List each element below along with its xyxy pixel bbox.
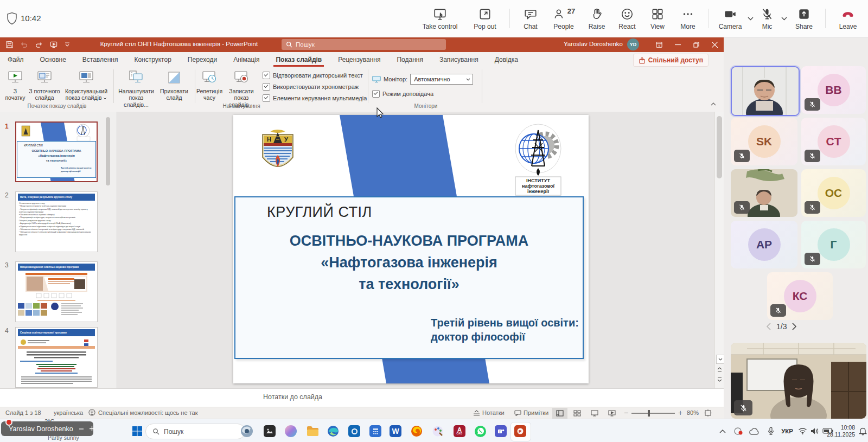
comments-toggle[interactable]: Примітки [524,409,548,416]
start-slideshow-button[interactable] [49,41,58,49]
tab-review[interactable]: Рецензування [338,52,380,67]
meeting-app-icon[interactable] [240,424,254,438]
tab-design[interactable]: Конструктор [134,52,171,67]
setup-slideshow-button[interactable]: Налаштувати показ слайдів... [116,69,156,108]
checkbox-media-controls[interactable]: Елементи керування мультимедіа [263,94,367,102]
redo-button[interactable] [35,41,43,49]
calculator-app-icon[interactable] [368,424,382,438]
tab-help[interactable]: Довідка [495,52,518,67]
photos-app-icon[interactable] [263,424,277,438]
notes-placeholder[interactable]: Нотатки до слайда [263,393,322,401]
notifications-bell-icon[interactable] [859,419,867,442]
slide-thumbnail-1[interactable]: КРУГЛИЙ СТІЛ ОСВІТНЬО-НАУКОВА ПРОГРАМА «… [15,121,98,182]
custom-slideshow-button[interactable]: Користувацький показ слайдів [63,69,110,101]
view-button[interactable]: View [642,2,673,35]
scroll-down-button[interactable] [716,355,724,364]
mic-options-chevron[interactable] [780,2,788,35]
next-slide-button[interactable] [716,375,723,383]
zoom-level[interactable]: 80% [687,409,699,416]
reading-view-button[interactable] [587,408,602,419]
tab-transitions[interactable]: Переходи [188,52,217,67]
pop-out-button[interactable]: Pop out [466,2,504,35]
tab-recording[interactable]: Записування [439,52,478,67]
customize-qat-chevron[interactable] [65,42,70,47]
tab-insert[interactable]: Вставлення [82,52,118,67]
participant-video-tile[interactable] [731,169,797,217]
more-button[interactable]: More [673,2,703,35]
zoom-slider-track[interactable] [631,413,675,414]
close-button[interactable] [705,37,724,52]
notes-toggle[interactable]: Нотатки [482,409,505,416]
monitor-dropdown[interactable]: Автоматично [410,74,473,85]
react-button[interactable]: React [612,2,642,35]
ppt-share-button[interactable]: Спільний доступ [633,54,709,67]
people-button[interactable]: 27 People [546,2,582,35]
accessibility-status[interactable]: Спеціальні можливості: щось не так [98,409,197,416]
previous-page-chevron[interactable] [766,323,771,330]
tray-chevron[interactable] [719,419,726,442]
edge-browser-icon[interactable] [326,424,340,438]
powerpoint-app-icon[interactable]: P [513,424,527,438]
zoom-out-button[interactable]: − [624,408,628,417]
word-app-icon[interactable]: W [388,424,403,438]
slide-canvas[interactable]: Н У [233,115,589,383]
zoom-in-button[interactable]: + [678,408,682,417]
collapse-ribbon-button[interactable] [711,102,716,106]
slide-thumbnail-4[interactable]: Сторінка освітньо-наукової програми [15,327,98,388]
participant-tile-bb[interactable]: BB [801,66,866,114]
paint-app-icon[interactable] [431,424,445,438]
slide-editing-area[interactable]: Н У [117,112,714,388]
scrollbar-thumb[interactable] [106,117,110,185]
tab-slideshow[interactable]: Показ слайдів [276,52,322,67]
previous-slide-button[interactable] [716,366,723,374]
from-beginning-button[interactable]: З початку [3,69,27,101]
firefox-icon[interactable] [410,424,424,438]
undo-button[interactable] [20,41,28,49]
rehearse-timings-button[interactable]: Репетиція часу [196,69,222,101]
wifi-icon[interactable] [798,419,807,442]
taskbar-search[interactable]: Пошук [145,424,245,439]
leave-button[interactable]: Leave [831,2,865,35]
participant-tile-sk[interactable]: SK [731,118,797,165]
participant-tile-ap[interactable]: AP [731,221,797,268]
ppt-search-box[interactable]: Пошук [282,39,446,50]
zoom-slider-thumb[interactable] [648,410,650,417]
tab-home[interactable]: Основне [40,52,66,67]
tray-mic-icon[interactable] [767,419,775,442]
outlook-app-icon[interactable] [347,424,361,438]
tray-av-icon[interactable] [733,419,743,442]
normal-view-button[interactable] [552,408,567,419]
clock-widget[interactable]: 10:08 28.11.2025 [827,419,855,442]
checkbox-presenter-view[interactable]: Режим доповідача [372,90,433,98]
thumbnail-scrollbar[interactable] [105,114,111,385]
save-button[interactable] [5,41,14,49]
minimize-share-icon[interactable] [79,426,84,432]
chat-button[interactable]: Chat [515,2,546,35]
tab-view[interactable]: Подання [397,52,423,67]
hide-slide-button[interactable]: Приховати слайд [158,69,190,101]
tab-file[interactable]: Файл [8,52,24,67]
language-indicator[interactable]: українська [54,409,83,416]
participant-tile-ct[interactable]: CT [801,118,866,165]
volume-icon[interactable] [810,419,819,442]
participant-tile-oc[interactable]: OC [801,169,866,217]
restore-button[interactable] [687,37,705,52]
expand-share-icon[interactable] [89,426,95,432]
autocad-icon[interactable]: ACAD [452,424,467,438]
scrollbar-thumb[interactable] [717,116,722,178]
mic-button[interactable]: Mic [755,2,780,35]
slide-thumbnail-2[interactable]: Мета, очікувані результати круглого стол… [15,191,98,252]
ribbon-display-options-button[interactable] [650,37,668,52]
tab-animations[interactable]: Анімація [233,52,259,67]
participant-tile-kc[interactable]: КС [767,272,833,320]
self-video-tile[interactable] [731,343,866,419]
teams-app-icon[interactable]: T [494,424,508,438]
copilot-icon[interactable] [284,424,298,438]
record-slideshow-button[interactable]: Записати показ слайдів [224,69,259,108]
minimize-button[interactable] [668,37,687,52]
notes-pane[interactable]: Нотатки до слайда [0,388,724,407]
take-control-button[interactable]: Take control [414,2,466,35]
slide-area-scrollbar[interactable] [714,112,724,388]
slideshow-view-button[interactable] [604,408,620,419]
participant-tile-g[interactable]: Г [801,221,866,268]
